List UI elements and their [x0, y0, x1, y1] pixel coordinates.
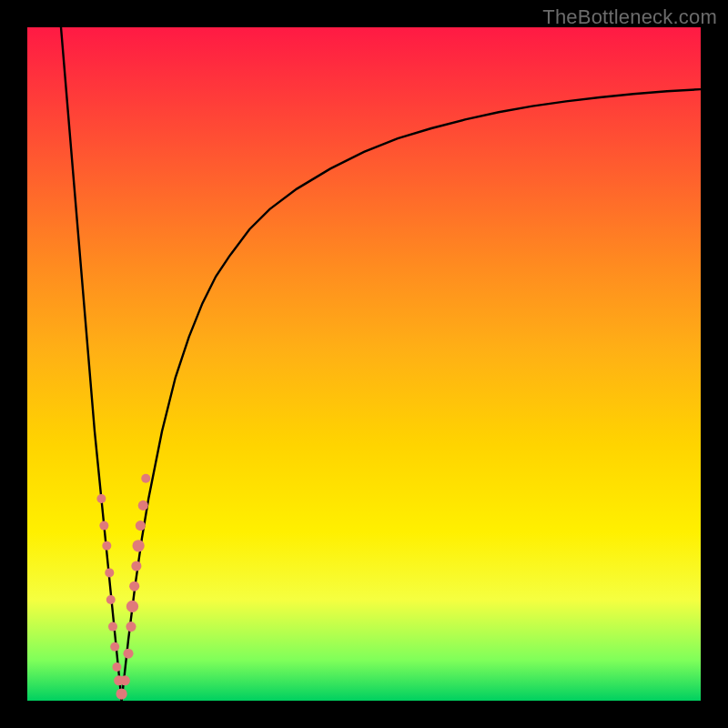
data-marker: [132, 540, 144, 551]
data-marker: [112, 662, 121, 672]
data-marker: [123, 649, 133, 659]
data-marker: [120, 675, 130, 685]
chart-frame: TheBottleneck.com: [0, 0, 728, 728]
data-markers: [96, 474, 150, 700]
data-marker: [126, 601, 138, 612]
chart-svg: [27, 27, 701, 701]
data-marker: [138, 500, 148, 511]
data-marker: [116, 688, 126, 699]
data-marker: [106, 595, 116, 604]
data-marker: [126, 622, 136, 632]
data-marker: [102, 541, 111, 551]
data-marker: [99, 521, 108, 531]
data-marker: [110, 642, 119, 652]
attribution-label: TheBottleneck.com: [542, 5, 717, 29]
data-marker: [129, 581, 139, 592]
curve-right-branch: [122, 89, 701, 701]
data-marker: [108, 622, 117, 632]
data-marker: [105, 568, 114, 577]
data-marker: [96, 494, 106, 503]
data-marker: [131, 561, 141, 571]
plot-area: [27, 27, 701, 701]
data-marker: [141, 474, 150, 483]
data-marker: [136, 521, 146, 531]
